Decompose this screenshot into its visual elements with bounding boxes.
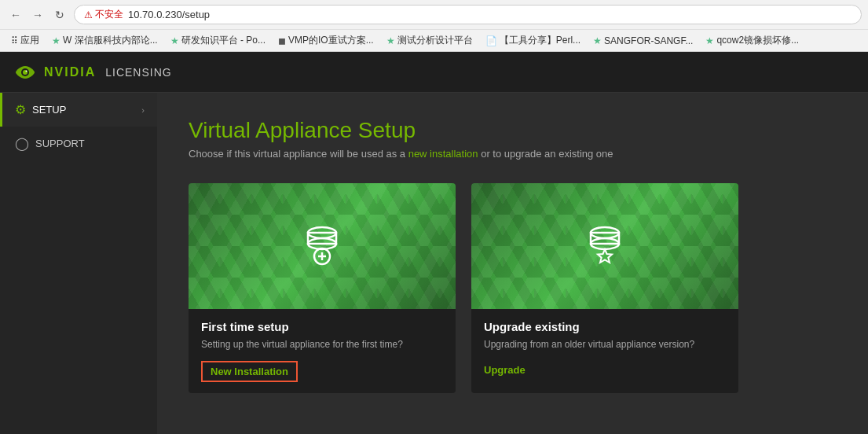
- bookmark-4[interactable]: ★ 测试分析设计平台: [382, 32, 478, 49]
- bookmark-3[interactable]: ◼ VMP的IO重试方案...: [273, 32, 379, 49]
- new-install-card[interactable]: First time setup Setting up the virtual …: [189, 183, 456, 393]
- address-bar[interactable]: ⚠ 不安全 10.70.0.230/setup: [74, 5, 862, 24]
- bookmark-label-7: qcow2镜像损坏修...: [716, 34, 799, 47]
- upgrade-card-title: Upgrade existing: [484, 320, 726, 333]
- nvidia-logo: NVIDIA LICENSING: [13, 60, 172, 85]
- bookmark-icon-4: ★: [386, 35, 395, 46]
- bookmark-apps[interactable]: ⠿ 应用: [6, 32, 44, 49]
- nvidia-eye-icon: [13, 60, 38, 85]
- upgrade-card-bg: [471, 183, 738, 309]
- sidebar: ⚙ SETUP › ◯ SUPPORT: [0, 93, 157, 434]
- security-label: 不安全: [95, 8, 123, 21]
- bookmark-5[interactable]: 📄 【工具分享】Perl...: [481, 32, 585, 49]
- bookmark-label-4: 测试分析设计平台: [397, 34, 473, 47]
- browser-toolbar: ← → ↻ ⚠ 不安全 10.70.0.230/setup: [0, 0, 868, 29]
- bookmark-2[interactable]: ★ 研发知识平台 - Po...: [166, 32, 270, 49]
- browser-chrome: ← → ↻ ⚠ 不安全 10.70.0.230/setup ⠿ 应用 ★ W 深…: [0, 0, 868, 52]
- bookmark-icon-6: ★: [593, 35, 602, 46]
- bookmark-1[interactable]: ★ W 深信服科技内部论...: [47, 32, 163, 49]
- content-area: Virtual Appliance Setup Choose if this v…: [157, 93, 868, 434]
- bookmark-7[interactable]: ★ qcow2镜像损坏修...: [701, 32, 804, 49]
- page-subtitle: Choose if this virtual appliance will be…: [189, 148, 837, 160]
- bookmark-icon-1: ★: [52, 35, 60, 46]
- sidebar-support-label: SUPPORT: [35, 138, 85, 149]
- bookmark-label: 应用: [20, 34, 39, 47]
- security-warning: ⚠ 不安全: [84, 8, 123, 21]
- database-star-icon: [577, 219, 632, 274]
- upgrade-button[interactable]: Upgrade: [484, 361, 526, 379]
- page-title: Virtual Appliance Setup: [189, 118, 837, 143]
- bookmark-label-2: 研发知识平台 - Po...: [181, 34, 266, 47]
- nvidia-brand-text: NVIDIA: [44, 65, 96, 79]
- bookmark-label-6: SANGFOR-SANGF...: [604, 35, 693, 46]
- new-install-card-desc: Setting up the virtual appliance for the…: [201, 338, 443, 351]
- back-button[interactable]: ←: [6, 6, 25, 24]
- upgrade-card[interactable]: Upgrade existing Upgrading from an older…: [471, 183, 738, 393]
- bookmark-6[interactable]: ★ SANGFOR-SANGF...: [588, 34, 698, 48]
- support-icon: ◯: [15, 136, 29, 151]
- warning-triangle-icon: ⚠: [84, 9, 93, 20]
- new-installation-button[interactable]: New Installation: [201, 361, 298, 382]
- main-layout: ⚙ SETUP › ◯ SUPPORT Virtual Appliance Se…: [0, 93, 868, 434]
- new-install-card-body: First time setup Setting up the virtual …: [189, 309, 456, 393]
- chevron-right-icon: ›: [141, 105, 145, 115]
- nvidia-product-text: LICENSING: [105, 66, 171, 79]
- grid-icon: ⠿: [11, 35, 18, 46]
- reload-button[interactable]: ↻: [50, 6, 69, 24]
- bookmark-icon-3: ◼: [278, 35, 286, 46]
- bookmark-icon-5: 📄: [485, 35, 497, 46]
- upgrade-card-body: Upgrade existing Upgrading from an older…: [471, 309, 738, 390]
- new-install-card-title: First time setup: [201, 320, 443, 333]
- bookmarks-bar: ⠿ 应用 ★ W 深信服科技内部论... ★ 研发知识平台 - Po... ◼ …: [0, 29, 868, 51]
- subtitle-link[interactable]: new installation: [408, 148, 478, 160]
- top-nav: NVIDIA LICENSING: [0, 52, 868, 93]
- cards-row: First time setup Setting up the virtual …: [189, 183, 837, 393]
- nav-buttons: ← → ↻: [6, 6, 69, 24]
- sidebar-item-support[interactable]: ◯ SUPPORT: [0, 127, 157, 160]
- forward-button[interactable]: →: [28, 6, 47, 24]
- bookmark-icon-7: ★: [705, 35, 714, 46]
- database-plus-icon: [295, 219, 350, 274]
- address-text: 10.70.0.230/setup: [128, 9, 210, 20]
- new-install-card-image: [189, 183, 456, 309]
- setup-icon: ⚙: [15, 102, 26, 117]
- bookmark-label-3: VMP的IO重试方案...: [288, 34, 374, 47]
- upgrade-card-image: [471, 183, 738, 309]
- app-container: NVIDIA LICENSING ⚙ SETUP › ◯ SUPPORT Vir…: [0, 52, 868, 434]
- subtitle-pre: Choose if this virtual appliance will be…: [189, 148, 408, 160]
- svg-point-3: [26, 70, 27, 72]
- new-install-card-bg: [189, 183, 456, 309]
- upgrade-card-desc: Upgrading from an older virtual applianc…: [484, 338, 726, 351]
- subtitle-post: or to upgrade an existing one: [478, 148, 613, 160]
- sidebar-item-setup[interactable]: ⚙ SETUP ›: [0, 93, 157, 127]
- bookmark-label-5: 【工具分享】Perl...: [500, 34, 580, 47]
- bookmark-icon-2: ★: [170, 35, 179, 46]
- sidebar-setup-label: SETUP: [32, 104, 66, 116]
- bookmark-label-1: W 深信服科技内部论...: [63, 34, 158, 47]
- svg-marker-13: [598, 249, 612, 263]
